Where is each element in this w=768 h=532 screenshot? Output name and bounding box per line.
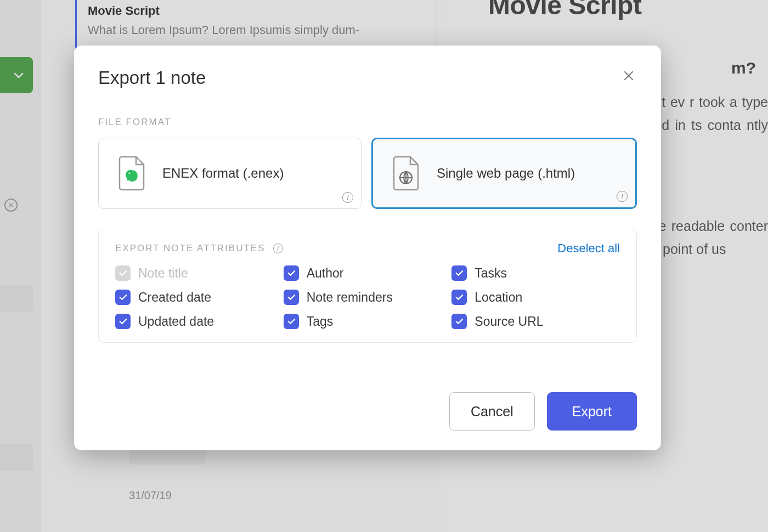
checkbox-label: Note reminders: [307, 290, 393, 305]
checkbox-label: Updated date: [138, 314, 214, 329]
checkbox-label: Created date: [138, 290, 211, 305]
attribute-note_title: Note title: [115, 265, 284, 281]
document-icon: [392, 156, 420, 191]
attribute-tasks[interactable]: Tasks: [451, 265, 620, 281]
checkbox[interactable]: [115, 314, 131, 329]
checkbox: [115, 265, 131, 281]
export-button[interactable]: Export: [547, 392, 637, 431]
export-modal: Export 1 note FILE FORMAT ENEX format (.…: [74, 46, 661, 450]
modal-title: Export 1 note: [98, 67, 206, 88]
checkbox[interactable]: [284, 314, 299, 329]
format-option-label: Single web page (.html): [437, 166, 575, 181]
attribute-created_date[interactable]: Created date: [115, 290, 284, 305]
file-format-label: FILE FORMAT: [98, 117, 637, 128]
info-icon[interactable]: i: [342, 192, 353, 203]
attribute-tags[interactable]: Tags: [284, 314, 452, 329]
cancel-button[interactable]: Cancel: [449, 392, 535, 431]
checkbox[interactable]: [284, 265, 299, 281]
checkbox[interactable]: [284, 290, 299, 305]
format-option-html[interactable]: Single web page (.html) i: [371, 138, 637, 209]
export-attributes-card: EXPORT NOTE ATTRIBUTES i Deselect all No…: [98, 229, 637, 343]
attributes-grid: Note titleAuthorTasksCreated dateNote re…: [115, 265, 620, 329]
checkbox[interactable]: [451, 314, 467, 329]
info-icon[interactable]: i: [273, 244, 283, 253]
checkbox[interactable]: [115, 290, 131, 305]
attribute-source_url[interactable]: Source URL: [451, 314, 620, 329]
checkbox[interactable]: [451, 265, 467, 281]
attributes-label: EXPORT NOTE ATTRIBUTES: [115, 243, 266, 254]
checkbox-label: Source URL: [475, 314, 543, 329]
attribute-updated_date[interactable]: Updated date: [115, 314, 284, 329]
attribute-author[interactable]: Author: [284, 265, 452, 281]
format-option-enex[interactable]: ENEX format (.enex) i: [98, 138, 362, 209]
attribute-note_reminders[interactable]: Note reminders: [284, 290, 452, 305]
checkbox-label: Tasks: [475, 266, 507, 281]
globe-icon: [400, 172, 412, 184]
close-button[interactable]: [620, 67, 637, 84]
checkbox-label: Location: [475, 290, 522, 305]
file-format-options: ENEX format (.enex) i Single web page (.…: [98, 138, 637, 209]
checkbox-label: Note title: [138, 266, 188, 281]
svg-point-0: [129, 173, 131, 174]
checkbox-label: Tags: [307, 314, 334, 329]
format-option-label: ENEX format (.enex): [162, 166, 284, 181]
checkbox-label: Author: [307, 266, 344, 281]
attribute-location[interactable]: Location: [451, 290, 620, 305]
checkbox[interactable]: [451, 290, 467, 305]
deselect-all-link[interactable]: Deselect all: [557, 241, 620, 256]
close-icon: [622, 69, 635, 82]
document-icon: [117, 156, 146, 191]
info-icon[interactable]: i: [617, 191, 628, 202]
